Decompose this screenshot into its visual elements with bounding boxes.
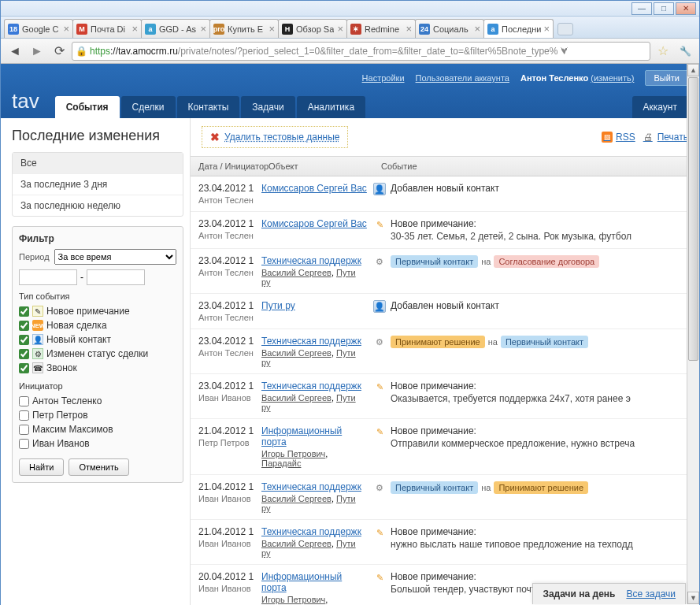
vertical-scrollbar[interactable]: ▲ ▼ [687,64,699,604]
tab-close-icon[interactable]: × [266,23,275,35]
date-from-input[interactable] [19,269,77,285]
contact-icon: 👤 [373,300,386,313]
scroll-up-button[interactable]: ▲ [687,64,699,76]
reload-button[interactable]: ⟳ [50,42,69,61]
change-user-link[interactable]: (изменить) [591,73,634,83]
chk-initiator[interactable]: Петр Петров [19,408,176,422]
chk-initiator[interactable]: Антон Тесленко [19,394,176,408]
event-date: 20.04.2012 12:4 [198,571,254,582]
tab-close-icon[interactable]: × [129,23,138,35]
tab-close-icon[interactable]: × [541,23,550,35]
maximize-button[interactable]: □ [654,2,674,15]
tab-close-icon[interactable]: × [198,23,206,35]
event-date: 23.04.2012 14:3 [198,218,254,229]
browser-tab[interactable]: HОбзор Sa× [278,19,347,38]
minimize-button[interactable]: — [631,2,652,15]
browser-tab[interactable]: proКупить E× [209,19,279,38]
tab-close-icon[interactable]: × [403,23,412,35]
chk-status-change[interactable]: ⚙Изменен статус сделки [19,347,176,361]
status-badge: Первичный контакт [391,481,478,494]
cancel-button[interactable]: Отменить [69,458,128,476]
event-date: 21.04.2012 15:5 [198,481,254,492]
print-link[interactable]: 🖨Печать [643,132,688,143]
forward-button[interactable]: ► [28,42,46,61]
col-date-header: Дата / ИнициаторОбъект [191,157,373,176]
tab-deals[interactable]: Сделки [121,96,176,118]
chk-call[interactable]: ☎Звонок [19,361,176,375]
event-date: 23.04.2012 12:0 [198,380,254,392]
rss-icon: ▧ [602,132,613,143]
browser-tab[interactable]: MПочта Di× [72,19,142,38]
app-header: Настройки Пользователи аккаунта Антон Те… [1,64,699,118]
sub-link[interactable]: Василий Сергеев [261,494,331,503]
delete-test-data[interactable]: ✖ Удалить тестовые данные [202,126,348,148]
browser-tab[interactable]: 24Социаль× [415,19,484,38]
event-object-link[interactable]: Комиссаров Сергей Вас [261,183,367,194]
sub-link[interactable]: Игорь Петрович [261,449,325,458]
filter-all[interactable]: Все [13,153,183,173]
event-object-link[interactable]: Техническая поддержк [261,380,361,392]
event-object-link[interactable]: Информационный порта [261,425,342,447]
settings-link[interactable]: Настройки [362,73,405,83]
tasks-bar[interactable]: Задачи на день Все задачи [532,583,686,604]
event-object-link[interactable]: Техническая поддержк [261,255,361,266]
tab-label: Redmine [365,24,399,34]
bookmark-star-icon[interactable]: ☆ [654,42,672,61]
logout-button[interactable]: Выйти [645,70,688,86]
browser-tab[interactable]: 18Google C× [4,19,73,38]
new-tab-button[interactable] [557,23,573,35]
chk-initiator[interactable]: Максим Максимов [19,422,176,436]
event-object-link[interactable]: Техническая поддержк [261,336,361,347]
chk-new-deal[interactable]: NEWНовая сделка [19,318,176,332]
sub-link[interactable]: Василий Сергеев [261,268,331,277]
back-button[interactable]: ◄ [6,42,24,61]
wrench-icon[interactable]: 🔧 [676,42,694,61]
event-object-link[interactable]: Пути ру [261,300,295,311]
tab-close-icon[interactable]: × [335,23,343,35]
event-row: 23.04.2012 14:3Антон ТесленкоТехническая… [191,249,699,294]
sub-link[interactable]: Василий Сергеев [261,539,331,548]
tab-analytics[interactable]: Аналитика [297,96,365,118]
browser-tab[interactable]: ✶Redmine× [346,19,416,38]
tab-account[interactable]: Аккаунт [632,96,688,118]
event-object-link[interactable]: Техническая поддержк [261,526,361,537]
chk-new-note[interactable]: ✎Новое примечание [19,304,176,318]
date-to-input[interactable] [87,269,145,285]
tab-label: Последни [502,24,541,34]
event-object-link[interactable]: Комиссаров Сергей Вас [261,218,367,229]
status-badge: Первичный контакт [391,255,478,268]
event-object-link[interactable]: Техническая поддержк [261,481,361,492]
new-icon: NEW [32,320,43,331]
account-users-link[interactable]: Пользователи аккаунта [416,73,509,83]
tab-close-icon[interactable]: × [472,23,480,35]
sub-link[interactable]: Парадайс [261,458,301,468]
event-row: 23.04.2012 14:3Антон ТесленкоКомиссаров … [191,176,699,212]
sub-link[interactable]: Игорь Петрович [261,595,325,604]
close-window-button[interactable]: ✕ [676,2,696,15]
all-tasks-link[interactable]: Все задачи [626,588,676,599]
event-title: Новое примечание: [391,571,691,582]
address-bar[interactable]: 🔒 https ://tav.amocrm.ru /private/notes/… [72,42,650,61]
tab-tasks[interactable]: Задачи [241,96,294,118]
browser-tab[interactable]: aПоследни× [483,19,554,38]
find-button[interactable]: Найти [19,458,64,476]
status-badge: Принимают решение [494,481,588,494]
sub-link[interactable]: Василий Сергеев [261,348,331,358]
tab-events[interactable]: События [55,96,120,118]
period-select[interactable]: За все время [54,249,176,265]
tab-label: Обзор Sa [296,24,334,34]
chk-new-contact[interactable]: 👤Новый контакт [19,332,176,347]
tab-contacts[interactable]: Контакты [177,96,240,118]
sub-link[interactable]: Василий Сергеев [261,393,331,403]
tab-close-icon[interactable]: × [61,23,69,35]
scroll-down-button[interactable]: ▼ [687,592,699,604]
favicon-icon: M [76,24,87,35]
rss-link[interactable]: ▧RSS [602,132,635,143]
event-object-link[interactable]: Информационный порта [261,571,342,593]
filter-last-week[interactable]: За последнюю неделю [13,195,183,216]
filter-last-3-days[interactable]: За последние 3 дня [13,173,183,195]
chk-initiator[interactable]: Иван Иванов [19,436,176,451]
scroll-thumb[interactable] [688,77,698,361]
url-dropdown-icon[interactable]: ⮟ [557,46,572,55]
browser-tab[interactable]: aGGD - As× [141,19,210,38]
